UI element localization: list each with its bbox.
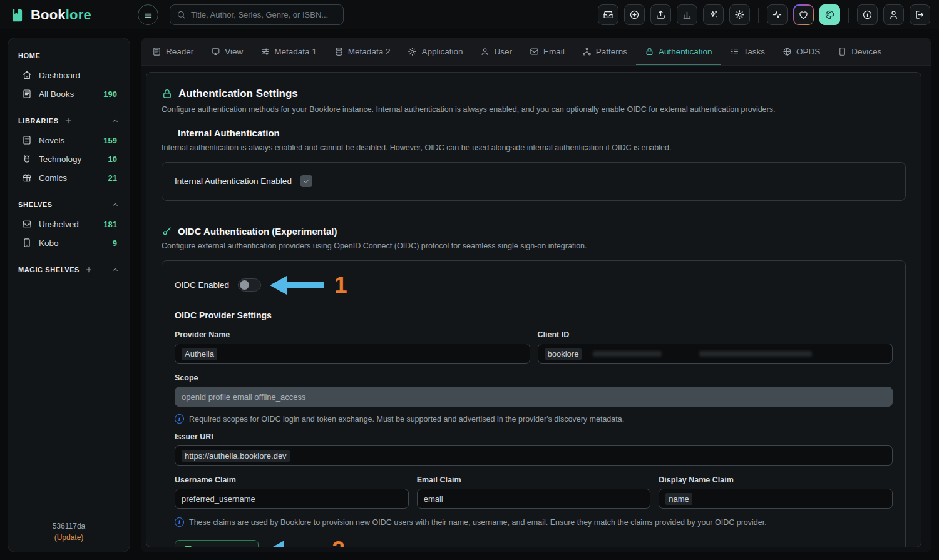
issuer-uri-input[interactable]: https://authelia.booklore.dev xyxy=(175,445,893,466)
tab-patterns[interactable]: Patterns xyxy=(573,38,636,65)
monitor-icon xyxy=(211,47,220,56)
tablet-icon xyxy=(838,47,847,56)
chevron-up-icon[interactable] xyxy=(111,265,120,274)
tab-devices[interactable]: Devices xyxy=(829,38,890,65)
scope-note: i Required scopes for OIDC login and tok… xyxy=(175,414,893,424)
envelope-icon xyxy=(530,47,539,56)
add-icon[interactable] xyxy=(85,265,93,274)
page-description: Configure authentication methods for you… xyxy=(162,105,906,114)
issuer-uri-value: https://authelia.booklore.dev xyxy=(182,450,290,462)
internal-auth-checkbox-label: Internal Authentication Enabled xyxy=(175,176,292,186)
sidebar-item-novels[interactable]: Novels159 xyxy=(17,131,121,150)
sidebar-item-label: Dashboard xyxy=(39,71,80,80)
info-button[interactable] xyxy=(857,4,878,25)
stats-button[interactable] xyxy=(677,4,697,25)
android-icon xyxy=(22,154,32,164)
sparkles-button[interactable] xyxy=(703,4,724,25)
key-icon xyxy=(162,226,172,237)
tab-tasks[interactable]: Tasks xyxy=(721,38,774,65)
oidc-enabled-toggle[interactable] xyxy=(238,278,261,292)
display-name-claim-input[interactable]: name xyxy=(659,489,893,509)
user-button[interactable] xyxy=(883,4,904,25)
logout-icon xyxy=(915,9,925,20)
tasks-icon xyxy=(730,47,739,56)
search-icon xyxy=(177,10,186,19)
chevron-up-icon[interactable] xyxy=(111,200,120,209)
tab-email[interactable]: Email xyxy=(521,38,573,65)
header-divider xyxy=(848,8,849,23)
tab-opds[interactable]: OPDS xyxy=(774,38,829,65)
stats-icon xyxy=(682,9,692,20)
header-actions xyxy=(598,4,930,25)
sidebar-item-kobo[interactable]: Kobo9 xyxy=(17,233,121,252)
scope-label: Scope xyxy=(175,374,893,382)
upload-button[interactable] xyxy=(650,4,671,25)
search-input[interactable] xyxy=(191,10,337,19)
tab-label: Devices xyxy=(851,47,881,56)
client-id-input[interactable]: booklore xyxy=(538,344,893,364)
section-title: HOME xyxy=(18,52,40,59)
app-logo[interactable]: Booklore xyxy=(9,7,131,23)
save-settings-button[interactable]: Save Settings xyxy=(175,540,259,548)
add-icon[interactable] xyxy=(64,116,73,125)
item-count-badge: 181 xyxy=(103,220,117,229)
book-icon xyxy=(22,89,32,99)
tab-reader[interactable]: Reader xyxy=(143,38,202,65)
oidc-auth-title: OIDC Authentication (Experimental) xyxy=(178,226,337,237)
network-icon xyxy=(582,47,592,56)
chevron-up-icon[interactable] xyxy=(111,116,120,125)
lock-icon xyxy=(645,47,654,56)
add-circle-button[interactable] xyxy=(624,4,645,25)
sidebar-item-comics[interactable]: Comics21 xyxy=(17,168,121,187)
sidebar-item-all-books[interactable]: All Books190 xyxy=(17,84,121,103)
main-panel: ReaderViewMetadata 1Metadata 2Applicatio… xyxy=(141,38,931,552)
sidebar-item-unshelved[interactable]: Unshelved181 xyxy=(17,215,121,233)
oidc-enabled-label: OIDC Enabled xyxy=(175,280,229,290)
username-claim-input[interactable]: preferred_username xyxy=(175,489,409,509)
internal-auth-title: Internal Authentication xyxy=(178,128,280,138)
provider-name-input[interactable]: Authelia xyxy=(175,344,530,364)
tab-user[interactable]: User xyxy=(471,38,521,65)
sidebar-item-technology[interactable]: Technology10 xyxy=(17,150,121,168)
internal-auth-checkbox[interactable] xyxy=(300,175,312,187)
provider-name-label: Provider Name xyxy=(175,330,530,339)
logout-button[interactable] xyxy=(910,4,930,25)
sidebar-footer: 536117da (Update) xyxy=(8,522,130,542)
user-icon xyxy=(480,47,490,56)
section-title: MAGIC SHELVES xyxy=(18,266,80,273)
redacted-text xyxy=(699,351,812,357)
tab-metadata-1[interactable]: Metadata 1 xyxy=(252,38,326,65)
header-divider xyxy=(758,8,759,23)
global-search[interactable] xyxy=(170,4,344,25)
palette-button[interactable] xyxy=(819,4,840,25)
app-title: Booklore xyxy=(31,7,91,23)
gear-icon xyxy=(408,47,417,56)
email-claim-input[interactable]: email xyxy=(417,489,651,509)
tab-label: Metadata 1 xyxy=(274,47,317,56)
book-icon xyxy=(22,135,32,145)
favorites-button-gradient[interactable] xyxy=(793,4,814,25)
gift-icon xyxy=(22,173,32,183)
tab-authentication[interactable]: Authentication xyxy=(636,38,721,65)
settings-gear-button[interactable] xyxy=(729,4,750,25)
settings-tabbar: ReaderViewMetadata 1Metadata 2Applicatio… xyxy=(141,38,931,66)
tab-metadata-2[interactable]: Metadata 2 xyxy=(326,38,399,65)
sidebar-item-dashboard[interactable]: Dashboard xyxy=(17,66,121,84)
arrow-icon xyxy=(267,541,284,548)
tab-application[interactable]: Application xyxy=(399,38,471,65)
tablet-icon xyxy=(22,238,32,248)
section-title: LIBRARIES xyxy=(18,117,59,125)
tab-label: Reader xyxy=(166,47,193,56)
tab-label: Patterns xyxy=(596,47,627,56)
item-count-badge: 10 xyxy=(108,155,117,164)
oidc-provider-settings-title: OIDC Provider Settings xyxy=(175,310,893,320)
update-link[interactable]: (Update) xyxy=(8,533,130,542)
heart-button[interactable] xyxy=(794,6,813,24)
tab-view[interactable]: View xyxy=(202,38,252,65)
activity-button[interactable] xyxy=(767,4,788,25)
annotation-arrow-2: 2 xyxy=(267,538,345,547)
step-number-2: 2 xyxy=(332,538,345,547)
username-claim-label: Username Claim xyxy=(175,476,409,484)
menu-toggle-button[interactable] xyxy=(138,4,158,25)
inbox-button[interactable] xyxy=(598,4,618,25)
